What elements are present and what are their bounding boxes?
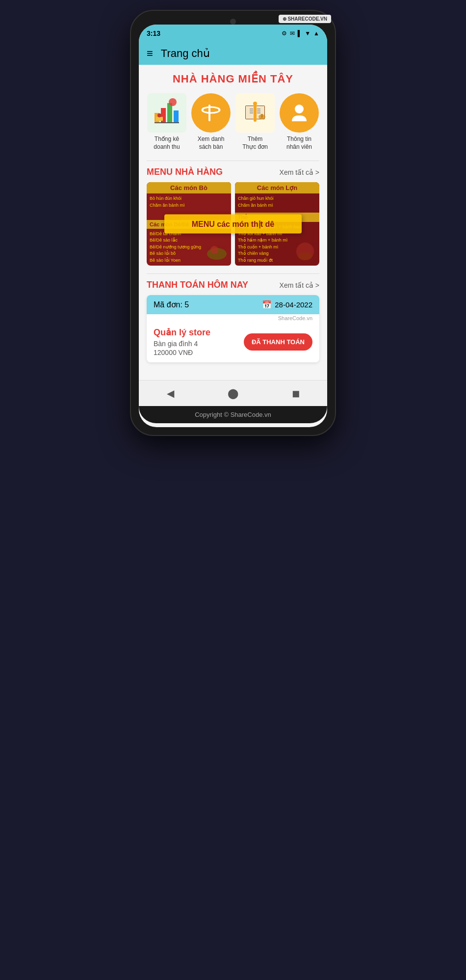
menu-left-header: Các món Bò — [147, 182, 231, 193]
staff-label: Thông tinnhân viên — [286, 136, 312, 151]
svg-point-7 — [157, 113, 161, 117]
menu-images-container[interactable]: Các món Bò Bò hún đún khóiChăm ăn bánh m… — [147, 182, 319, 266]
stats-label: Thống kêdoanh thu — [154, 136, 180, 151]
menu-overlay-banner: MENU các món thịt dê — [164, 215, 302, 234]
add-menu-label: ThêmThực đơn — [242, 136, 268, 151]
copyright-bar: Copyright © ShareCode.vn — [139, 406, 327, 423]
signal-icon: ▲ — [313, 30, 319, 37]
tables-label: Xem danhsách bàn — [198, 136, 225, 151]
payment-info: Quản lý store Bàn gia đình 4 120000 VNĐ — [154, 327, 244, 356]
payment-card-body: Quản lý store Bàn gia đình 4 120000 VNĐ … — [147, 321, 319, 362]
front-camera — [230, 19, 236, 25]
page-title: Trang chủ — [161, 47, 210, 60]
svg-rect-22 — [254, 104, 257, 122]
payment-status-button[interactable]: ĐÃ THANH TOÁN — [244, 333, 312, 351]
nav-bar: ◀ ⬤ ◼ — [139, 380, 327, 406]
recents-nav-icon[interactable]: ◼ — [288, 385, 304, 401]
menu-right-header: Các món Lợn — [235, 182, 319, 193]
svg-point-28 — [210, 246, 218, 254]
svg-point-23 — [253, 102, 257, 106]
calendar-icon: 📅 — [262, 300, 272, 309]
divider-2 — [147, 273, 319, 274]
payment-card: Mã đơn: 5 📅 28-04-2022 ShareCode.vn Quản… — [147, 295, 319, 362]
svg-rect-25 — [261, 114, 263, 118]
top-bar: ≡ Trang chủ — [139, 42, 327, 65]
payment-section: THANH TOÁN HÔM NAY Xem tất cả > Mã đơn: … — [147, 280, 319, 362]
sharecode-watermark: ShareCode.vn — [147, 314, 319, 321]
message-icon: ✉ — [290, 30, 295, 37]
payment-card-header: Mã đơn: 5 📅 28-04-2022 — [147, 295, 319, 314]
svg-point-4 — [169, 98, 177, 106]
svg-rect-3 — [174, 110, 179, 123]
svg-rect-2 — [167, 103, 172, 123]
menu-section-title: MENU NHÀ HÀNG — [147, 167, 223, 177]
payment-amount: 120000 VNĐ — [154, 349, 244, 356]
staff-action[interactable]: Thông tinnhân viên — [279, 93, 319, 151]
tables-action[interactable]: Xem danhsách bàn — [191, 93, 231, 151]
quick-actions-grid: Thống kêdoanh thu Xem danhsách bàn — [147, 93, 319, 151]
payment-table: Bàn gia đình 4 — [154, 340, 244, 348]
back-nav-icon[interactable]: ◀ — [162, 385, 178, 401]
restaurant-title: NHÀ HÀNG MIỀN TÂY — [147, 73, 319, 85]
payment-section-title: THANH TOÁN HÔM NAY — [147, 280, 248, 290]
svg-point-26 — [295, 105, 304, 113]
payment-store-name: Quản lý store — [154, 327, 244, 338]
home-nav-icon[interactable]: ⬤ — [225, 385, 241, 401]
sharecode-logo: ⊕ SHARECODE.VN — [279, 15, 331, 23]
divider-1 — [147, 161, 319, 161]
add-menu-action[interactable]: ThêmThực đơn — [235, 93, 275, 151]
food-decor-left — [205, 239, 229, 264]
menu-section: MENU NHÀ HÀNG Xem tất cả > — [147, 167, 319, 177]
payment-order-id: Mã đơn: 5 — [154, 300, 189, 309]
menu-right-items: Chân giò hun khóiChăm ăn bánh mì — [238, 195, 316, 209]
payment-date-container: 📅 28-04-2022 — [262, 300, 312, 309]
payment-date-value: 28-04-2022 — [275, 300, 312, 309]
battery-icon: ▌ — [298, 30, 302, 37]
copyright-text: Copyright © ShareCode.vn — [195, 411, 271, 418]
status-bar: 3:13 ⚙ ✉ ▌ ▼ ▲ — [139, 25, 327, 42]
hamburger-menu-icon[interactable]: ≡ — [147, 47, 153, 60]
svg-point-30 — [298, 252, 312, 260]
menu-see-all-link[interactable]: Xem tất cả > — [280, 168, 319, 176]
wifi-icon: ▼ — [305, 30, 311, 37]
svg-rect-6 — [156, 117, 163, 121]
svg-point-11 — [202, 107, 220, 113]
svg-rect-14 — [246, 106, 254, 119]
settings-icon: ⚙ — [282, 30, 287, 37]
status-time: 3:13 — [147, 29, 160, 37]
menu-left-items: Bò hún đún khóiChăm ăn bánh mì — [150, 195, 228, 209]
stats-action[interactable]: Thống kêdoanh thu — [147, 93, 187, 151]
payment-see-all-link[interactable]: Xem tất cả > — [280, 281, 319, 289]
food-decor-right — [293, 239, 317, 264]
